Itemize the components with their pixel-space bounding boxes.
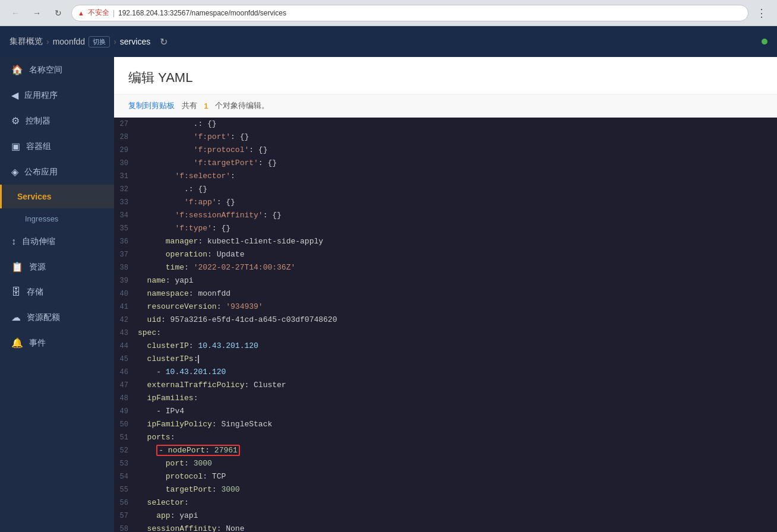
copy-count: 1 — [204, 102, 208, 110]
sidebar-item-container-groups[interactable]: ▣ 容器组 — [0, 134, 114, 159]
browser-bar: ← → ↻ ▲ 不安全 | 192.168.204.13:32567/names… — [0, 0, 777, 26]
forward-button[interactable]: → — [29, 5, 45, 21]
browser-menu-button[interactable]: ⋮ — [753, 5, 770, 21]
code-line-53: 53 port: 3000 — [114, 457, 777, 470]
sidebar-item-public-apps[interactable]: ◈ 公布应用 — [0, 159, 114, 185]
code-line-45: 45 clusterIPs: — [114, 353, 777, 366]
security-label: 不安全 — [88, 8, 109, 18]
sidebar-item-namespace-label: 名称空间 — [29, 65, 62, 75]
code-line-57: 57 app: yapi — [114, 509, 777, 522]
address-bar[interactable]: ▲ 不安全 | 192.168.204.13:32567/namespace/m… — [71, 5, 748, 21]
line-num-35: 35 — [114, 222, 138, 235]
line-content-36: manager: kubectl-client-side-apply — [138, 235, 777, 248]
code-line-42: 42 uid: 957a3216-e5fd-41cd-a645-c03df074… — [114, 314, 777, 327]
sidebar-item-apps-label: 应用程序 — [24, 90, 58, 101]
refresh-button[interactable]: ↻ — [155, 33, 172, 50]
sidebar-item-autoscale[interactable]: ↕ 自动伸缩 — [0, 229, 114, 254]
controllers-icon: ⚙ — [11, 115, 20, 126]
line-num-41: 41 — [114, 300, 138, 314]
sidebar: 🏠 名称空间 ◀ 应用程序 ⚙ 控制器 ▣ 容器组 ◈ 公布应用 Service… — [0, 57, 114, 532]
sidebar-item-events[interactable]: 🔔 事件 — [0, 330, 114, 356]
code-line-50: 50 ipFamilyPolicy: SingleStack — [114, 418, 777, 431]
page-header: 编辑 YAML — [114, 57, 777, 94]
line-num-51: 51 — [114, 431, 138, 444]
home-icon: 🏠 — [11, 64, 23, 75]
page-title: 编辑 YAML — [128, 69, 763, 87]
code-line-44: 44 clusterIP: 10.43.201.120 — [114, 340, 777, 353]
line-content-30: 'f:targetPort': {} — [138, 157, 777, 170]
sidebar-item-controllers[interactable]: ⚙ 控制器 — [0, 108, 114, 134]
code-line-30: 30 'f:targetPort': {} — [114, 157, 777, 170]
line-content-38: time: '2022-02-27T14:00:36Z' — [138, 261, 777, 274]
copy-to-clipboard-link[interactable]: 复制到剪贴板 — [128, 100, 175, 111]
sidebar-item-storage[interactable]: 🗄 存储 — [0, 280, 114, 305]
breadcrumb-namespace[interactable]: moonfdd — [53, 37, 85, 46]
line-content-49: - IPv4 — [138, 405, 777, 418]
line-content-33: 'f:app': {} — [138, 196, 777, 209]
code-line-55: 55 targetPort: 3000 — [114, 483, 777, 496]
line-content-44: clusterIP: 10.43.201.120 — [138, 340, 777, 353]
line-content-54: protocol: TCP — [138, 470, 777, 483]
connection-status-dot — [762, 39, 767, 45]
code-line-35: 35 'f:type': {} — [114, 222, 777, 235]
line-num-36: 36 — [114, 235, 138, 248]
quota-icon: ☁ — [11, 312, 21, 323]
sidebar-item-controllers-label: 控制器 — [26, 116, 50, 126]
breadcrumb-cluster[interactable]: 集群概览 — [10, 36, 43, 47]
line-num-37: 37 — [114, 248, 138, 261]
url-text: 192.168.204.13:32567/namespace/moonfdd/s… — [118, 9, 286, 17]
code-line-46: 46 - 10.43.201.120 — [114, 366, 777, 379]
line-content-50: ipFamilyPolicy: SingleStack — [138, 418, 777, 431]
container-groups-icon: ▣ — [11, 141, 20, 152]
sidebar-item-services[interactable]: Services — [0, 185, 114, 208]
line-num-43: 43 — [114, 327, 138, 340]
sidebar-item-resources[interactable]: 📋 资源 — [0, 254, 114, 280]
line-num-31: 31 — [114, 170, 138, 183]
code-line-34: 34 'f:sessionAffinity': {} — [114, 209, 777, 222]
line-num-47: 47 — [114, 379, 138, 392]
app-header: 集群概览 › moonfdd 切换 › services ↻ — [0, 26, 777, 57]
code-line-43: 43 spec: — [114, 327, 777, 340]
url-separator: | — [113, 9, 115, 17]
line-num-27: 27 — [114, 118, 138, 131]
line-content-57: app: yapi — [138, 509, 777, 522]
line-num-34: 34 — [114, 209, 138, 222]
back-button[interactable]: ← — [7, 5, 24, 21]
sidebar-item-ingresses-label: Ingresses — [25, 214, 58, 223]
line-num-46: 46 — [114, 366, 138, 379]
sidebar-item-ingresses[interactable]: Ingresses — [0, 208, 114, 229]
sidebar-item-quota-label: 资源配额 — [27, 312, 60, 323]
sidebar-item-resources-label: 资源 — [29, 262, 46, 273]
code-line-39: 39 name: yapi — [114, 274, 777, 287]
line-num-50: 50 — [114, 418, 138, 431]
line-num-54: 54 — [114, 470, 138, 483]
line-content-35: 'f:type': {} — [138, 222, 777, 235]
sidebar-item-namespace[interactable]: 🏠 名称空间 — [0, 57, 114, 83]
reload-button[interactable]: ↻ — [50, 5, 67, 21]
sidebar-item-apps[interactable]: ◀ 应用程序 — [0, 83, 114, 108]
line-num-56: 56 — [114, 496, 138, 509]
line-num-45: 45 — [114, 353, 138, 366]
sidebar-item-quota[interactable]: ☁ 资源配额 — [0, 305, 114, 330]
content-area: 编辑 YAML 复制到剪贴板 共有 1 个对象待编辑。 27 .: {} 28 … — [114, 57, 777, 532]
line-num-42: 42 — [114, 314, 138, 327]
line-content-47: externalTrafficPolicy: Cluster — [138, 379, 777, 392]
line-num-39: 39 — [114, 274, 138, 287]
line-content-40: namespace: moonfdd — [138, 287, 777, 300]
line-content-45: clusterIPs: — [138, 353, 777, 366]
sidebar-item-services-label: Services — [17, 192, 52, 201]
code-editor[interactable]: 27 .: {} 28 'f:port': {} 29 'f:protocol'… — [114, 118, 777, 532]
code-line-33: 33 'f:app': {} — [114, 196, 777, 209]
code-line-48: 48 ipFamilies: — [114, 392, 777, 405]
line-content-51: ports: — [138, 431, 777, 444]
namespace-switch-button[interactable]: 切换 — [89, 36, 110, 48]
line-num-49: 49 — [114, 405, 138, 418]
sidebar-item-container-groups-label: 容器组 — [26, 141, 51, 152]
code-line-58: 58 sessionAffinity: None — [114, 522, 777, 532]
events-icon: 🔔 — [11, 337, 23, 349]
code-line-36: 36 manager: kubectl-client-side-apply — [114, 235, 777, 248]
sidebar-item-public-apps-label: 公布应用 — [24, 167, 58, 178]
breadcrumb: 集群概览 › moonfdd 切换 › services — [10, 36, 150, 48]
sidebar-item-autoscale-label: 自动伸缩 — [22, 236, 55, 247]
sidebar-item-storage-label: 存储 — [27, 287, 43, 297]
